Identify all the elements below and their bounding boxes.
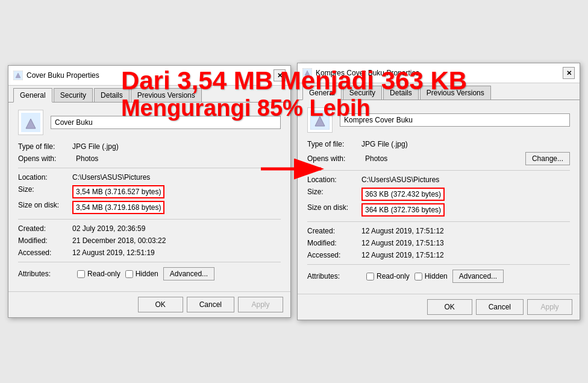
dialog1-close-button[interactable]: ✕ [274, 69, 286, 81]
dialog1-opens-label: Opens with: [18, 154, 72, 163]
dialog1-readonly-checkbox-label[interactable]: Read-only [77, 270, 120, 278]
dialog1-created-value: 02 July 2019, 20:36:59 [72, 224, 145, 233]
dialog2-ok-button[interactable]: OK [427, 299, 472, 315]
dialog1-readonly-label: Read-only [87, 270, 120, 278]
title-bar-2: Kompres Cover Buku Properties ✕ [298, 63, 580, 83]
dialog1-advanced-button[interactable]: Advanced... [163, 267, 214, 280]
dialog1-icon [13, 71, 23, 80]
dialog1-hidden-checkbox[interactable] [125, 270, 133, 278]
dialog1-title: Cover Buku Properties [27, 71, 270, 80]
dialog2-type-row: Type of file: JPG File (.jpg) [307, 140, 570, 148]
dialog1-readonly-checkbox[interactable] [77, 270, 85, 278]
dialog1-accessed-row: Accessed: 12 August 2019, 12:51:19 [18, 248, 281, 257]
dialog2-attributes-row: Attributes: Read-only Hidden Advanced... [307, 270, 570, 283]
dialog2-location-label: Location: [307, 176, 361, 184]
dialog2-accessed-value: 12 August 2019, 17:51:12 [361, 251, 444, 259]
dialog2-advanced-button[interactable]: Advanced... [452, 270, 504, 283]
dialog1-tab-details[interactable]: Details [94, 88, 130, 102]
dialog1-size-row: Size: 3,54 MB (3.716.527 bytes) [18, 185, 281, 198]
dialog2-opens-row: Opens with: Photos Change... [307, 152, 570, 165]
dialog2-location-value: C:\Users\ASUS\Pictures [361, 176, 439, 184]
dialog2-readonly-checkbox-label[interactable]: Read-only [366, 272, 410, 280]
dialog1-size-on-disk-row: Size on disk: 3,54 MB (3.719.168 bytes) [18, 201, 281, 214]
dialog2-bottom-buttons: OK Cancel Apply [298, 294, 580, 320]
dialog1-attributes-row: Attributes: Read-only Hidden Advanced... [18, 267, 281, 280]
dialog1-size-value: 3,54 MB (3.716.527 bytes) [72, 185, 164, 198]
dialog1-created-row: Created: 02 July 2019, 20:36:59 [18, 224, 281, 233]
dialog1-location-value: C:\Users\ASUS\Pictures [72, 173, 150, 182]
dialog2-created-value: 12 August 2019, 17:51:12 [361, 227, 444, 235]
dialog1-tab-previous-versions[interactable]: Previous Versions [131, 88, 202, 102]
dialog2-size-label: Size: [307, 188, 361, 201]
dialog1-accessed-label: Accessed: [18, 248, 72, 257]
dialog2-accessed-row: Accessed: 12 August 2019, 17:51:12 [307, 251, 570, 259]
dialog1-modified-row: Modified: 21 December 2018, 00:03:22 [18, 236, 281, 245]
dialog2-attributes-label: Attributes: [307, 272, 361, 280]
dialog2-accessed-label: Accessed: [307, 251, 361, 259]
dialog2-readonly-checkbox[interactable] [366, 273, 374, 280]
dialog1-modified-label: Modified: [18, 236, 72, 245]
dialog2-change-button[interactable]: Change... [525, 152, 570, 165]
dialog1: Cover Buku Properties ✕ General Security… [8, 65, 291, 318]
dialog1-accessed-value: 12 August 2019, 12:51:19 [72, 248, 155, 257]
dialog2-cancel-button[interactable]: Cancel [476, 299, 524, 315]
dialog2-hidden-label: Hidden [425, 272, 448, 280]
dialog1-tab-general[interactable]: General [13, 88, 52, 103]
dialog1-modified-value: 21 December 2018, 00:03:22 [72, 236, 166, 245]
dialog2-tab-details[interactable]: Details [383, 86, 419, 100]
dialog1-size-label: Size: [18, 185, 72, 198]
dialog1-type-value: JPG File (.jpg) [72, 142, 119, 151]
dialog2-modified-row: Modified: 12 August 2019, 17:51:13 [307, 239, 570, 247]
dialog1-type-row: Type of file: JPG File (.jpg) [18, 142, 281, 151]
title-bar-1: Cover Buku Properties ✕ [8, 66, 290, 86]
dialog2-tab-security[interactable]: Security [343, 86, 382, 100]
dialog2-location-row: Location: C:\Users\ASUS\Pictures [307, 176, 570, 184]
dialog1-cancel-button[interactable]: Cancel [187, 297, 234, 312]
dialog1-tabs: General Security Details Previous Versio… [8, 86, 290, 103]
dialog2-type-label: Type of file: [307, 140, 361, 148]
dialog2-created-row: Created: 12 August 2019, 17:51:12 [307, 227, 570, 235]
dialog2-file-header [307, 107, 570, 133]
dialog1-opens-row: Opens with: Photos [18, 154, 281, 163]
dialog2-modified-value: 12 August 2019, 17:51:13 [361, 239, 444, 247]
dialog1-created-label: Created: [18, 224, 72, 233]
dialog2-tab-previous-versions[interactable]: Previous Versions [420, 86, 491, 100]
dialog2-hidden-checkbox-label[interactable]: Hidden [414, 272, 448, 280]
dialog2-file-icon [307, 107, 333, 133]
dialog1-type-label: Type of file: [18, 142, 72, 151]
dialog2-readonly-label: Read-only [377, 272, 410, 280]
dialog1-size-on-disk-label: Size on disk: [18, 201, 72, 214]
dialog2-created-label: Created: [307, 227, 361, 235]
dialog2-tab-general[interactable]: General [302, 86, 342, 100]
dialog1-ok-button[interactable]: OK [138, 297, 183, 312]
dialog1-hidden-checkbox-label[interactable]: Hidden [125, 270, 158, 278]
dialog2-size-row: Size: 363 KB (372.432 bytes) [307, 188, 570, 201]
dialog2-close-button[interactable]: ✕ [563, 67, 575, 79]
dialog2-size-on-disk-row: Size on disk: 364 KB (372.736 bytes) [307, 203, 570, 217]
dialog2-content: Type of file: JPG File (.jpg) Opens with… [298, 100, 580, 294]
dialog1-opens-value: Photos [76, 154, 98, 163]
dialog1-file-header [18, 110, 281, 135]
dialog1-file-icon [18, 110, 43, 135]
dialog1-attributes-label: Attributes: [18, 270, 72, 278]
dialog1-hidden-label: Hidden [136, 270, 158, 278]
dialog1-bottom-buttons: OK Cancel Apply [8, 291, 290, 317]
dialog2-hidden-checkbox[interactable] [414, 273, 422, 280]
dialog1-filename-input[interactable] [51, 116, 281, 129]
dialog2-apply-button[interactable]: Apply [527, 299, 572, 315]
dialog2-size-value: 363 KB (372.432 bytes) [361, 188, 445, 201]
dialog1-apply-button[interactable]: Apply [238, 297, 283, 312]
dialog1-tab-security[interactable]: Security [54, 88, 93, 102]
dialog2-opens-label: Opens with: [307, 154, 361, 163]
dialog1-location-label: Location: [18, 173, 72, 182]
dialog1-location-row: Location: C:\Users\ASUS\Pictures [18, 173, 281, 182]
dialog2-filename-input[interactable] [340, 113, 570, 127]
dialog2-opens-value: Photos [365, 154, 387, 163]
dialog2-size-on-disk-label: Size on disk: [307, 203, 361, 217]
dialog2: Kompres Cover Buku Properties ✕ General … [297, 63, 580, 320]
dialog1-content: Type of file: JPG File (.jpg) Opens with… [8, 103, 290, 291]
dialog1-size-on-disk-value: 3,54 MB (3.719.168 bytes) [72, 201, 164, 214]
dialog2-tabs: General Security Details Previous Versio… [298, 83, 580, 100]
dialog2-size-on-disk-value: 364 KB (372.736 bytes) [361, 203, 445, 217]
dialog2-modified-label: Modified: [307, 239, 361, 247]
